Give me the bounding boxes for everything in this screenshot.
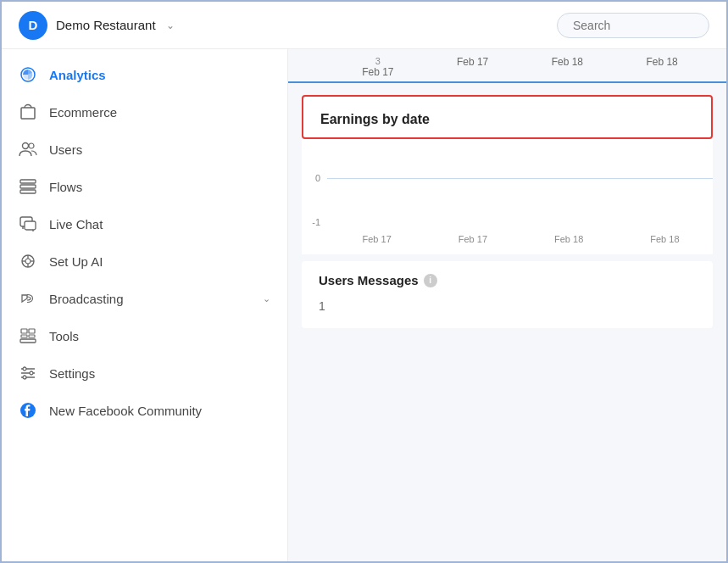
users-messages-section: Users Messages i 1 xyxy=(302,261,713,328)
sidebar-item-live-chat[interactable]: Live Chat xyxy=(2,205,287,242)
chart-label-4: Feb 18 xyxy=(614,56,709,78)
chart-bottom-labels: Feb 17 Feb 17 Feb 18 Feb 18 xyxy=(302,231,713,248)
chart-num-1: 3 xyxy=(331,56,425,66)
users-messages-title: Users Messages xyxy=(319,273,419,287)
users-messages-value: 1 xyxy=(319,296,696,316)
svg-rect-14 xyxy=(21,335,27,337)
svg-rect-6 xyxy=(20,190,36,193)
sidebar-item-settings-label: Settings xyxy=(49,366,270,381)
chevron-down-icon[interactable]: ⌄ xyxy=(166,20,175,31)
sidebar-item-ecommerce[interactable]: Ecommerce xyxy=(2,93,287,131)
sidebar-item-broadcasting[interactable]: Broadcasting ⌄ xyxy=(2,280,287,317)
svg-point-20 xyxy=(30,371,33,375)
chart-top-labels: 3 Feb 17 Feb 17 Feb 18 Feb 18 xyxy=(288,49,726,83)
header-left: D Demo Restaurant ⌄ xyxy=(19,11,175,40)
svg-point-19 xyxy=(23,367,26,371)
ecommerce-icon xyxy=(19,103,37,121)
chart-zero-line: 0 xyxy=(302,148,713,209)
header: D Demo Restaurant ⌄ xyxy=(2,2,726,49)
ai-icon xyxy=(19,252,37,270)
analytics-icon xyxy=(19,65,37,84)
settings-icon xyxy=(19,364,37,382)
svg-rect-15 xyxy=(29,335,35,337)
sidebar-item-facebook[interactable]: New Facebook Community xyxy=(2,392,287,429)
svg-rect-13 xyxy=(29,329,35,333)
org-name: Demo Restaurant xyxy=(56,18,156,32)
chevron-down-icon: ⌄ xyxy=(263,293,270,304)
svg-rect-4 xyxy=(20,180,36,183)
sidebar-item-settings[interactable]: Settings xyxy=(2,354,287,392)
bottom-label-2: Feb 17 xyxy=(425,234,520,244)
sidebar-item-analytics-label: Analytics xyxy=(49,68,270,82)
sidebar-item-setup-ai[interactable]: Set Up AI xyxy=(2,242,287,280)
chart-date-4: Feb 18 xyxy=(646,56,677,68)
facebook-icon xyxy=(19,401,37,420)
sidebar-item-flows[interactable]: Flows xyxy=(2,168,287,205)
zero-line xyxy=(327,178,713,179)
chart-label-3: Feb 18 xyxy=(520,56,615,78)
sidebar-item-users[interactable]: Users xyxy=(2,131,287,168)
flows-icon xyxy=(19,177,37,196)
y-label-neg1: -1 xyxy=(302,217,327,227)
info-icon: i xyxy=(424,274,437,287)
earnings-card: Earnings by date xyxy=(302,95,713,139)
section-header: Users Messages i xyxy=(319,273,696,287)
svg-rect-11 xyxy=(20,339,36,343)
sidebar-item-setup-ai-label: Set Up AI xyxy=(49,254,270,269)
svg-point-2 xyxy=(23,143,29,149)
chart-label-1: 3 Feb 17 xyxy=(331,56,425,78)
earnings-title: Earnings by date xyxy=(320,112,694,127)
svg-rect-8 xyxy=(25,221,36,230)
chart-date-2: Feb 17 xyxy=(457,56,488,68)
bottom-label-4: Feb 18 xyxy=(617,234,713,244)
svg-rect-5 xyxy=(20,185,36,188)
svg-point-21 xyxy=(23,376,26,379)
avatar: D xyxy=(19,11,47,40)
sidebar-item-ecommerce-label: Ecommerce xyxy=(49,105,270,120)
sidebar-item-users-label: Users xyxy=(49,142,270,157)
svg-point-10 xyxy=(25,259,31,264)
main-layout: Analytics Ecommerce Users xyxy=(2,49,726,563)
users-icon xyxy=(19,140,37,159)
sidebar-item-flows-label: Flows xyxy=(49,180,270,194)
chart-area: 0 -1 Feb 17 Feb 17 Feb 18 Feb 18 xyxy=(302,139,713,254)
sidebar-item-broadcasting-label: Broadcasting xyxy=(49,292,251,306)
sidebar-item-tools[interactable]: Tools xyxy=(2,317,287,354)
sidebar-item-analytics[interactable]: Analytics xyxy=(2,56,287,93)
tools-icon xyxy=(19,326,37,345)
content-area: 3 Feb 17 Feb 17 Feb 18 Feb 18 Earnings b… xyxy=(288,49,726,563)
live-chat-icon xyxy=(19,215,37,233)
search-input[interactable] xyxy=(557,13,709,38)
sidebar: Analytics Ecommerce Users xyxy=(2,49,288,563)
chart-date-3: Feb 18 xyxy=(552,56,583,68)
sidebar-item-live-chat-label: Live Chat xyxy=(49,217,270,231)
chart-date-1: Feb 17 xyxy=(362,66,393,78)
broadcasting-icon xyxy=(19,289,37,308)
bottom-label-1: Feb 17 xyxy=(329,234,425,244)
chart-label-2: Feb 17 xyxy=(425,56,520,78)
svg-rect-1 xyxy=(21,108,35,119)
y-label-zero: 0 xyxy=(302,173,327,183)
svg-rect-12 xyxy=(21,329,27,333)
sidebar-item-tools-label: Tools xyxy=(49,329,270,343)
sidebar-item-facebook-label: New Facebook Community xyxy=(49,404,270,418)
bottom-label-3: Feb 18 xyxy=(521,234,617,244)
svg-point-3 xyxy=(29,143,34,148)
